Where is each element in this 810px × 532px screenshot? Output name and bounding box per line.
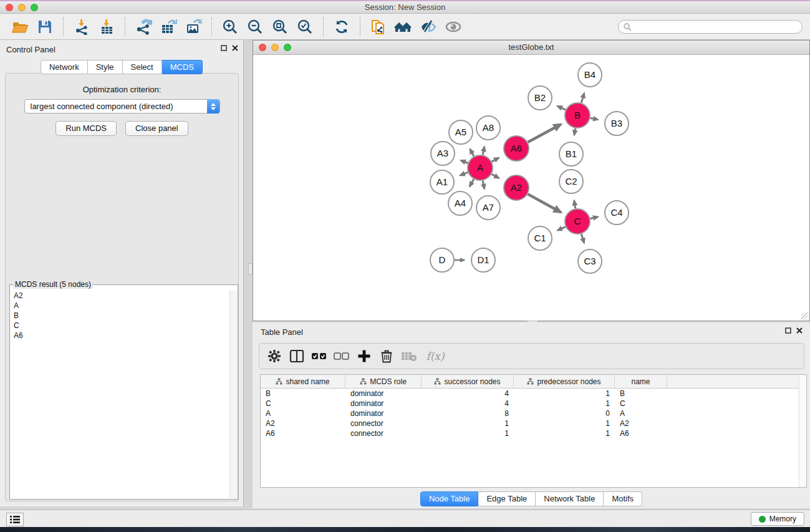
node-table[interactable]: shared name MCDS role successor nodes pr… xyxy=(260,374,807,488)
optimization-criterion-dropdown[interactable]: largest connected component (directed) xyxy=(24,99,220,114)
close-panel-icon[interactable] xyxy=(232,45,238,51)
run-mcds-button[interactable]: Run MCDS xyxy=(55,121,117,136)
split-divider-handle[interactable] xyxy=(248,263,253,274)
network-minimize-light[interactable] xyxy=(271,44,279,51)
tab-edge-table[interactable]: Edge Table xyxy=(478,491,536,506)
select-all-button[interactable] xyxy=(308,346,330,366)
add-column-button[interactable] xyxy=(353,346,375,366)
memory-button[interactable]: Memory xyxy=(751,512,804,526)
window-resize-grip[interactable] xyxy=(801,312,809,320)
hide-panels-button[interactable] xyxy=(416,16,441,37)
tab-network-table[interactable]: Network Table xyxy=(536,491,604,506)
tab-motifs[interactable]: Motifs xyxy=(604,491,642,506)
graph-edge-C-C2[interactable] xyxy=(574,201,576,209)
column-header-MCDS-role[interactable]: MCDS role xyxy=(345,375,422,388)
zoom-out-button[interactable] xyxy=(243,16,268,37)
tab-mcds[interactable]: MCDS xyxy=(162,60,203,74)
export-network-button[interactable] xyxy=(131,16,156,37)
network-window-titlebar[interactable]: testGlobe.txt xyxy=(253,41,809,55)
graph-edge-A-A6[interactable] xyxy=(492,158,499,162)
graph-edge-A-A4[interactable] xyxy=(470,179,474,186)
zoom-fit-button[interactable] xyxy=(268,16,292,37)
refresh-button[interactable] xyxy=(329,16,354,37)
search-input[interactable] xyxy=(635,22,798,31)
columns-icon xyxy=(289,349,304,363)
show-columns-button[interactable] xyxy=(286,346,308,366)
graph-edge-A-A8[interactable] xyxy=(483,147,485,155)
close-panel-button[interactable]: Close panel xyxy=(125,121,188,136)
table-cell: B xyxy=(261,389,345,399)
float-panel-icon[interactable] xyxy=(221,45,227,51)
zoom-selected-button[interactable] xyxy=(292,16,317,37)
column-header-successor-nodes[interactable]: successor nodes xyxy=(422,375,514,388)
network-zoom-light[interactable] xyxy=(284,44,291,51)
show-panels-button[interactable] xyxy=(441,16,466,37)
graph-edge-B-B2[interactable] xyxy=(557,106,566,110)
tab-network[interactable]: Network xyxy=(41,60,88,74)
delete-table-button[interactable] xyxy=(398,346,420,366)
table-row[interactable]: A6connector11A6 xyxy=(261,428,806,438)
function-builder-button[interactable]: f(x) xyxy=(420,346,450,366)
float-panel-icon[interactable] xyxy=(785,327,791,334)
graph-edge-A-A2[interactable] xyxy=(491,174,499,178)
zoom-traffic-light[interactable] xyxy=(31,4,38,11)
table-row[interactable]: Cdominator41C xyxy=(261,399,806,409)
table-toolbar: f(x) xyxy=(259,343,804,369)
column-header-name[interactable]: name xyxy=(615,375,667,388)
close-panel-icon[interactable] xyxy=(796,327,803,334)
table-scrollbar[interactable] xyxy=(799,375,806,487)
graph-edge-A-A1[interactable] xyxy=(460,172,468,175)
result-item[interactable]: A xyxy=(11,301,229,311)
table-row[interactable]: Bdominator41B xyxy=(261,389,806,399)
delete-column-button[interactable] xyxy=(375,346,398,366)
deselect-all-button[interactable] xyxy=(330,346,353,366)
table-row[interactable]: Adominator80A xyxy=(261,409,806,418)
home-networks-button[interactable] xyxy=(391,16,416,37)
new-network-from-selection-button[interactable] xyxy=(366,16,391,37)
task-history-button[interactable] xyxy=(6,513,24,526)
graph-edge-A-A5[interactable] xyxy=(470,149,474,156)
table-row[interactable]: A2connector11A2 xyxy=(261,418,806,428)
tab-select[interactable]: Select xyxy=(123,60,162,74)
graph-edge-C-C1[interactable] xyxy=(557,227,566,231)
tab-style[interactable]: Style xyxy=(88,60,123,74)
result-item[interactable]: A2 xyxy=(11,291,229,301)
network-canvas[interactable]: AA1A2A3A4A5A6A7A8BB1B2B3B4CC1C2C3C4DD1 xyxy=(253,55,809,321)
zoom-in-button[interactable] xyxy=(218,16,243,37)
graph-edge-C-C3[interactable] xyxy=(581,234,584,243)
minimize-traffic-light[interactable] xyxy=(18,4,26,11)
result-scrollbar[interactable] xyxy=(229,291,237,498)
gear-icon xyxy=(268,349,281,363)
graph-node-label: B3 xyxy=(611,118,622,128)
task-list-icon xyxy=(10,515,20,524)
import-table-button[interactable] xyxy=(94,16,119,37)
graph-edge-B-B4[interactable] xyxy=(581,94,584,103)
graph-edge-C-C4[interactable] xyxy=(590,217,597,219)
table-cell: A6 xyxy=(261,428,345,438)
table-cell: 0 xyxy=(514,409,615,418)
select-all-icon xyxy=(311,352,327,360)
result-item[interactable]: C xyxy=(11,321,229,331)
column-header-shared-name[interactable]: shared name xyxy=(261,375,345,388)
graph-node-label: A8 xyxy=(483,122,494,133)
graph-edge-B-B3[interactable] xyxy=(591,118,598,119)
network-close-light[interactable] xyxy=(259,44,266,51)
graph-edge-A-A7[interactable] xyxy=(483,181,485,189)
graph-edge-A-A3[interactable] xyxy=(461,160,468,163)
column-header-predecessor-nodes[interactable]: predecessor nodes xyxy=(514,375,615,388)
table-settings-button[interactable] xyxy=(263,346,286,366)
result-item[interactable]: A6 xyxy=(11,331,229,341)
graph-edge-A6-B[interactable] xyxy=(528,125,561,143)
open-session-button[interactable] xyxy=(7,16,32,37)
tab-node-table[interactable]: Node Table xyxy=(420,491,479,506)
graph-edge-A2-C[interactable] xyxy=(528,194,561,212)
graph-edge-B-B1[interactable] xyxy=(574,128,576,135)
import-network-button[interactable] xyxy=(69,16,94,37)
export-image-button[interactable] xyxy=(181,16,206,37)
save-session-button[interactable] xyxy=(32,16,57,37)
table-cell: 4 xyxy=(422,389,514,399)
search-box[interactable] xyxy=(618,20,803,34)
close-traffic-light[interactable] xyxy=(6,4,13,11)
result-item[interactable]: B xyxy=(11,311,229,321)
export-table-button[interactable] xyxy=(156,16,181,37)
